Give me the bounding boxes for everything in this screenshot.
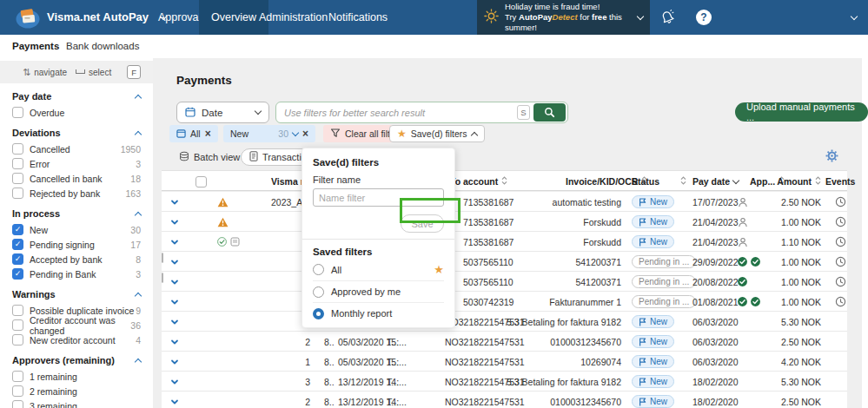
filter-checkbox[interactable]: ✓ (12, 239, 23, 250)
date-filter-dropdown[interactable]: Date (176, 102, 269, 123)
tab-payments[interactable]: Payments (12, 35, 59, 58)
events-history-icon[interactable] (835, 232, 846, 252)
cell-invoice: automatic testing (553, 192, 621, 212)
filter-item-cancelled[interactable]: Cancelled1950 (12, 141, 141, 156)
filter-checkbox[interactable] (12, 400, 23, 408)
row-expand-chevron-icon[interactable] (170, 372, 179, 392)
filter-checkbox[interactable]: ✓ (12, 253, 23, 265)
select-all-checkbox[interactable] (195, 176, 207, 188)
saved-filter-option-monthly-report[interactable]: Monthly report (313, 302, 444, 324)
sidebar-section-title[interactable]: Deviations (12, 127, 141, 139)
filter-chip-new[interactable]: New 30 × (223, 125, 315, 142)
filter-item-cancelled-in-bank[interactable]: Cancelled in bank18 (12, 171, 141, 186)
cell-to-account: 5037565110 (463, 252, 514, 272)
approver-person-icon (738, 197, 748, 207)
filter-item-creditor-account-was-changed[interactable]: Creditor account was changed36 (12, 318, 141, 332)
promo-chevron-icon[interactable] (637, 12, 644, 19)
col-pay-date[interactable]: Pay date (692, 171, 739, 192)
cell-pay-date: 18/02/2020 (692, 392, 739, 408)
save-filter-button[interactable]: Save (401, 214, 444, 233)
events-history-icon[interactable] (835, 252, 846, 272)
row-expand-chevron-icon[interactable] (170, 332, 179, 352)
section-collapse-chevron-icon[interactable] (135, 130, 142, 137)
filter-item-accepted-by-bank[interactable]: ✓Accepted by bank8 (12, 252, 141, 267)
section-collapse-chevron-icon[interactable] (135, 211, 142, 218)
promo-banner[interactable]: Holiday time is fraud time! Try AutoPayD… (477, 0, 650, 35)
status-badge: New (632, 392, 674, 408)
arrows-updown-icon: ⇅ (23, 67, 30, 78)
filter-item-3-remaining[interactable]: 3 remaining (12, 398, 141, 408)
col-to-account[interactable]: To account (450, 171, 507, 192)
search-input[interactable] (284, 108, 517, 118)
filter-item-overdue[interactable]: Overdue (12, 105, 141, 120)
events-history-icon[interactable] (835, 212, 846, 232)
nav-item-notifications[interactable]: Notifications (316, 0, 400, 35)
filter-chip-all[interactable]: All × (169, 125, 218, 142)
row-checkbox[interactable] (162, 253, 163, 263)
section-collapse-chevron-icon[interactable] (135, 292, 142, 299)
filter-checkbox[interactable] (12, 158, 23, 169)
events-history-icon[interactable] (835, 192, 846, 212)
filter-checkbox[interactable] (12, 371, 23, 382)
section-collapse-chevron-icon[interactable] (135, 358, 142, 365)
sidebar-section-title[interactable]: Warnings (12, 288, 141, 300)
filter-item-1-remaining[interactable]: 1 remaining (12, 369, 141, 384)
filter-item-pending-in-bank[interactable]: ✓Pending in Bank3 (12, 267, 141, 281)
filter-item-rejected-by-bank[interactable]: Rejected by bank163 (12, 186, 141, 201)
events-history-icon[interactable] (835, 272, 846, 292)
row-expand-chevron-icon[interactable] (170, 212, 179, 232)
chip-new-chevron-icon[interactable] (292, 128, 299, 135)
radio-button[interactable] (313, 286, 324, 298)
row-expand-chevron-icon[interactable] (170, 312, 179, 332)
filter-checkbox[interactable] (12, 173, 23, 184)
saved-filter-option-all[interactable]: All★ (313, 259, 444, 280)
col-status[interactable]: Status (632, 171, 659, 192)
sidebar-section-title[interactable]: In process (12, 207, 141, 220)
table-settings-gear-icon[interactable] (825, 149, 838, 166)
status-label: New (650, 237, 667, 247)
chip-all-close-icon[interactable]: × (205, 128, 211, 139)
col-amount[interactable]: Amount (777, 171, 821, 192)
row-expand-chevron-icon[interactable] (170, 272, 179, 292)
cell-pay-date: 18/02/2020 (692, 372, 739, 392)
row-expand-chevron-icon[interactable] (170, 392, 179, 408)
radio-button[interactable] (313, 264, 324, 275)
filter-item-new[interactable]: ✓New30 (12, 222, 141, 237)
filter-item-error[interactable]: Error3 (12, 156, 141, 171)
filter-checkbox[interactable] (12, 188, 23, 199)
user-menu-chevron-icon[interactable] (845, 0, 864, 35)
filter-item-2-remaining[interactable]: 2 remaining (12, 384, 141, 398)
sidebar-section-title[interactable]: Pay date (12, 90, 141, 102)
row-expand-chevron-icon[interactable] (170, 252, 179, 272)
row-expand-chevron-icon[interactable] (170, 232, 179, 252)
batch-view-button[interactable]: Batch view (179, 148, 240, 166)
events-history-icon[interactable] (835, 292, 846, 312)
filter-checkbox[interactable] (12, 107, 23, 118)
row-expand-chevron-icon[interactable] (170, 292, 179, 312)
row-checkbox[interactable] (162, 273, 163, 283)
chip-new-close-icon[interactable]: × (302, 128, 308, 139)
col-status-sort-icon[interactable] (680, 171, 686, 192)
filter-checkbox[interactable]: ✓ (12, 224, 23, 235)
upload-manual-payments-button[interactable]: Upload manual payments ... (735, 102, 868, 122)
section-collapse-chevron-icon[interactable] (135, 94, 142, 101)
radio-button[interactable] (313, 308, 324, 319)
row-expand-chevron-icon[interactable] (170, 352, 179, 372)
filter-checkbox[interactable] (12, 334, 23, 345)
row-expand-chevron-icon[interactable] (170, 192, 179, 212)
filter-item-pending-signing[interactable]: ✓Pending signing17 (12, 237, 141, 252)
announcements-bell-icon[interactable] (656, 0, 679, 35)
filter-checkbox[interactable] (12, 143, 23, 155)
filter-checkbox[interactable] (12, 319, 23, 331)
filter-name-input[interactable] (313, 188, 444, 207)
sidebar-section-title[interactable]: Approvers (remaining) (12, 354, 141, 366)
section-title-label: Pay date (12, 91, 51, 102)
help-icon[interactable]: ? (692, 0, 715, 35)
tab-bank-downloads[interactable]: Bank downloads (66, 35, 139, 58)
filter-checkbox[interactable] (12, 305, 23, 316)
filter-checkbox[interactable] (12, 385, 23, 397)
search-button[interactable] (533, 103, 566, 122)
saved-filter-option-approved-by-me[interactable]: Approved by me (313, 280, 444, 302)
filter-checkbox[interactable]: ✓ (12, 268, 23, 280)
saved-filters-button[interactable]: ★ Save(d) filters (389, 125, 485, 142)
